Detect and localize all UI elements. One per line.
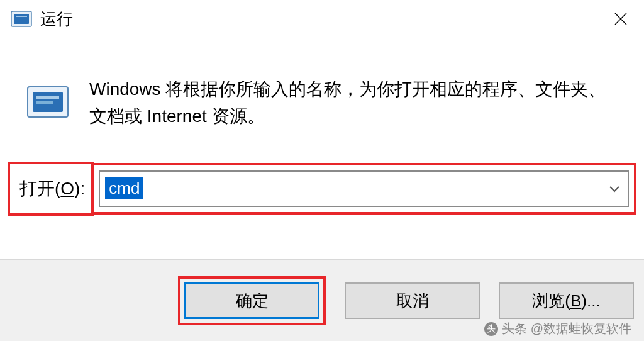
svg-rect-2: [16, 16, 27, 17]
cancel-button[interactable]: 取消: [345, 282, 480, 319]
run-icon-small: [10, 8, 33, 30]
watermark-icon: 头: [484, 322, 498, 336]
input-highlight: cmd: [91, 163, 636, 215]
chevron-down-icon: [608, 182, 621, 196]
browse-button[interactable]: 浏览(B)...: [499, 282, 634, 319]
close-button[interactable]: [605, 6, 636, 31]
svg-rect-7: [36, 96, 59, 99]
run-dialog: 运行 Windows 将根据你所输入的名称，为你打开相应的程序、文件夹、文档或 …: [0, 0, 644, 341]
watermark: 头 头条 @数据蛙恢复软件: [484, 320, 631, 337]
svg-rect-8: [36, 101, 53, 104]
input-label-highlight: 打开(O):: [8, 162, 94, 216]
close-icon: [613, 11, 628, 26]
watermark-text: 头条 @数据蛙恢复软件: [502, 320, 631, 337]
window-title: 运行: [40, 8, 73, 30]
input-row: 打开(O): cmd: [0, 162, 644, 216]
ok-button-highlight: 确定: [178, 276, 326, 325]
open-label: 打开(O):: [19, 177, 85, 201]
svg-rect-1: [14, 14, 29, 24]
run-icon-large: [25, 79, 70, 125]
combo-value: cmd: [105, 177, 143, 199]
titlebar: 运行: [0, 0, 644, 38]
open-combobox[interactable]: cmd: [99, 170, 629, 207]
ok-button[interactable]: 确定: [184, 282, 319, 319]
description-text: Windows 将根据你所输入的名称，为你打开相应的程序、文件夹、文档或 Int…: [89, 75, 619, 130]
titlebar-left: 运行: [10, 8, 73, 30]
content-area: Windows 将根据你所输入的名称，为你打开相应的程序、文件夹、文档或 Int…: [0, 38, 644, 149]
